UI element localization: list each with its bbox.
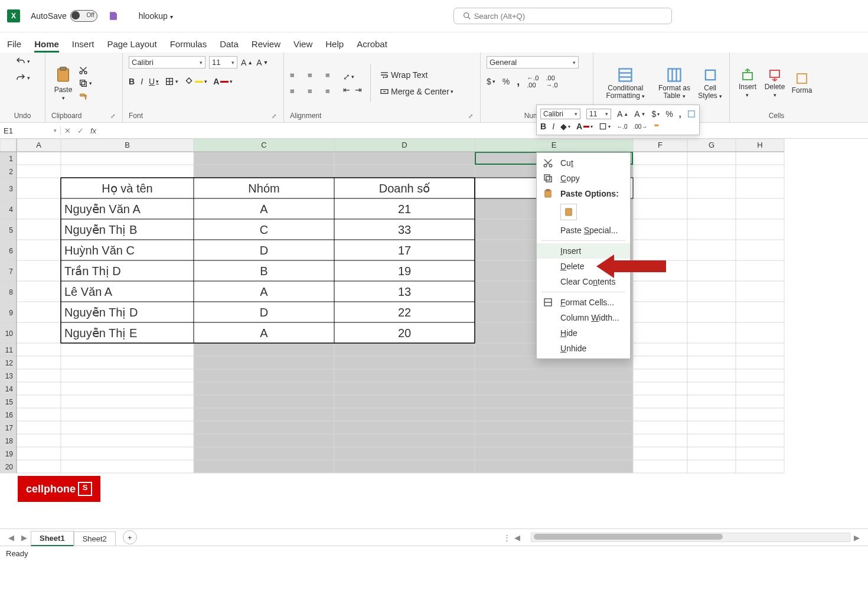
copy-button[interactable]: ▾ <box>79 79 92 88</box>
tab-insert[interactable]: Insert <box>72 39 94 53</box>
italic-button[interactable]: I <box>141 77 143 86</box>
redo-button[interactable]: ▾ <box>15 73 30 83</box>
name-box[interactable]: E1▾ <box>0 126 61 135</box>
hscroll-left[interactable]: ◀ <box>511 533 524 542</box>
mini-font-name[interactable]: Calibri▾ <box>540 109 580 119</box>
number-format-select[interactable]: General▾ <box>487 56 579 68</box>
tab-review[interactable]: Review <box>252 39 280 53</box>
font-size-select[interactable]: 11▾ <box>209 56 237 68</box>
align-center-button[interactable]: ≡ <box>308 87 318 96</box>
decrease-indent-button[interactable]: ⇤ <box>343 85 350 94</box>
ribbon-tabs: File Home Insert Page Layout Formulas Da… <box>0 32 868 53</box>
insert-cells-button[interactable]: Insert▾ <box>736 68 759 99</box>
enter-formula-button[interactable]: ✓ <box>74 126 87 135</box>
tab-view[interactable]: View <box>293 39 312 53</box>
comma-format-button[interactable]: , <box>517 76 520 88</box>
add-sheet-button[interactable]: + <box>123 530 137 544</box>
paste-option-default[interactable] <box>560 204 577 220</box>
decrease-font-button[interactable]: A▼ <box>256 58 268 67</box>
format-cells-button[interactable]: Forma <box>790 71 814 94</box>
paste-button[interactable]: Paste▾ <box>51 65 75 102</box>
fill-color-button[interactable]: ▾ <box>184 77 207 86</box>
fx-button[interactable]: fx <box>87 126 100 135</box>
accounting-format-button[interactable]: $ ▾ <box>487 77 495 86</box>
mini-accounting[interactable]: $ ▾ <box>652 109 660 119</box>
tab-formulas[interactable]: Formulas <box>170 39 207 53</box>
conditional-formatting-button[interactable]: Conditional Formatting ▾ <box>599 67 652 100</box>
font-dialog-launcher[interactable]: ⤢ <box>272 113 276 119</box>
cut-button[interactable] <box>79 66 92 75</box>
font-color-button[interactable]: A▾ <box>213 77 233 86</box>
hscroll-right[interactable]: ▶ <box>850 533 863 542</box>
mini-fill-color[interactable]: ◆▾ <box>560 122 570 131</box>
document-name[interactable]: hlookup ▾ <box>139 11 173 21</box>
cell-styles-button[interactable]: Cell Styles ▾ <box>697 67 723 100</box>
tab-help[interactable]: Help <box>325 39 344 53</box>
merge-center-button[interactable]: Merge & Center ▾ <box>379 87 453 96</box>
sheet-tab-2[interactable]: Sheet2 <box>74 531 116 546</box>
context-column-width[interactable]: Column Width... <box>537 310 630 325</box>
increase-indent-button[interactable]: ⇥ <box>355 85 362 94</box>
mini-cond-format[interactable] <box>687 110 696 118</box>
bold-button[interactable]: B <box>129 77 135 86</box>
delete-cells-button[interactable]: Delete▾ <box>763 68 787 99</box>
context-hide[interactable]: Hide <box>537 325 630 341</box>
mini-dec-decimal[interactable]: .00→ <box>633 123 647 130</box>
context-cut[interactable]: Cut <box>537 155 630 171</box>
underline-button[interactable]: U ▾ <box>149 77 159 86</box>
status-text: Ready <box>6 549 28 558</box>
border-button[interactable]: ▾ <box>165 77 178 86</box>
clipboard-dialog-launcher[interactable]: ⤢ <box>110 113 115 119</box>
sheet-nav-prev[interactable]: ◀ <box>5 533 18 542</box>
svg-rect-8 <box>81 81 86 86</box>
wrap-text-button[interactable]: Wrap Text <box>379 70 453 80</box>
align-middle-button[interactable]: ≡ <box>308 71 318 80</box>
svg-marker-151 <box>596 254 666 278</box>
mini-font-size[interactable]: 11▾ <box>586 109 611 119</box>
alignment-dialog-launcher[interactable]: ⤢ <box>468 113 473 119</box>
percent-format-button[interactable]: % <box>502 77 510 86</box>
sheet-tab-1[interactable]: Sheet1 <box>31 531 74 546</box>
mini-font-color[interactable]: A▾ <box>576 122 593 131</box>
save-icon[interactable] <box>108 11 119 21</box>
autosave-toggle[interactable]: AutoSave Off <box>31 10 97 22</box>
format-painter-button[interactable] <box>79 92 92 101</box>
spreadsheet-grid[interactable]: ABCDEFGH1234567891011121314151617181920H… <box>0 139 868 528</box>
mini-comma[interactable]: , <box>679 109 681 119</box>
search-input[interactable]: Search (Alt+Q) <box>453 8 672 24</box>
context-unhide[interactable]: Unhide <box>537 341 630 356</box>
mini-increase-font[interactable]: A▲ <box>617 109 628 119</box>
increase-decimal-button[interactable]: ←.0.00 <box>527 74 539 89</box>
context-paste-special[interactable]: Paste Special... <box>537 223 630 238</box>
svg-text:11: 11 <box>5 346 14 354</box>
align-top-button[interactable]: ≡ <box>290 71 301 80</box>
tab-page-layout[interactable]: Page Layout <box>107 39 156 53</box>
align-left-button[interactable]: ≡ <box>290 87 301 96</box>
increase-font-button[interactable]: A▲ <box>241 58 253 67</box>
tab-home[interactable]: Home <box>34 39 59 53</box>
horizontal-scrollbar[interactable] <box>531 533 850 542</box>
format-as-table-button[interactable]: Format as Table ▾ <box>655 67 694 100</box>
context-copy[interactable]: Copy <box>537 171 630 186</box>
mini-italic[interactable]: I <box>552 122 554 131</box>
group-undo: ▾ ▾ Undo <box>0 53 45 122</box>
decrease-decimal-button[interactable]: .00→.0 <box>546 74 557 89</box>
sheet-nav-next[interactable]: ▶ <box>18 533 31 542</box>
tab-file[interactable]: File <box>7 39 21 53</box>
undo-button[interactable]: ▾ <box>15 56 30 67</box>
align-right-button[interactable]: ≡ <box>325 87 336 96</box>
tab-acrobat[interactable]: Acrobat <box>357 39 387 53</box>
font-name-select[interactable]: Calibri▾ <box>129 56 205 68</box>
mini-border[interactable]: ▾ <box>599 122 611 130</box>
mini-percent[interactable]: % <box>665 109 673 119</box>
mini-format-painter[interactable] <box>653 122 661 130</box>
mini-inc-decimal[interactable]: ←.0 <box>616 123 627 130</box>
cancel-formula-button[interactable]: ✕ <box>61 126 74 135</box>
align-bottom-button[interactable]: ≡ <box>325 71 336 80</box>
mini-bold[interactable]: B <box>540 122 546 131</box>
context-format-cells[interactable]: Format Cells... <box>537 295 630 310</box>
mini-decrease-font[interactable]: A▼ <box>634 109 645 119</box>
orientation-button[interactable]: ⤢▾ <box>343 72 362 81</box>
tab-data[interactable]: Data <box>220 39 239 53</box>
toggle-switch-icon[interactable]: Off <box>70 10 97 22</box>
